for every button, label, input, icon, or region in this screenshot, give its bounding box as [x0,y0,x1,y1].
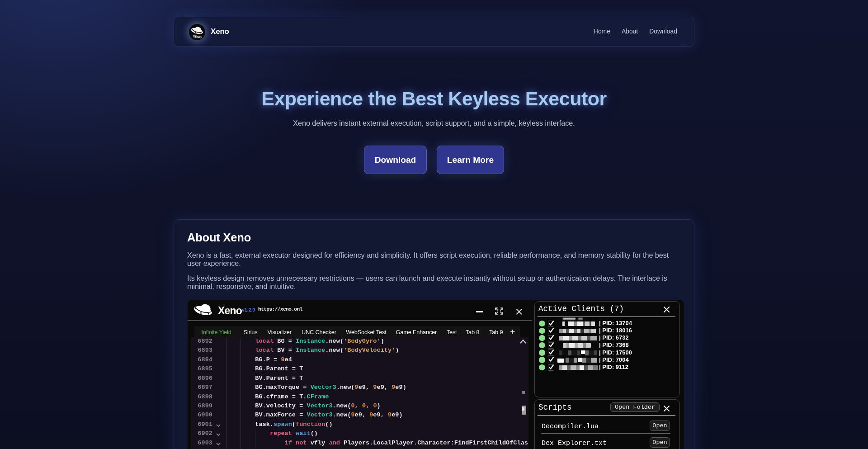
svg-text:XENO: XENO [193,34,202,38]
